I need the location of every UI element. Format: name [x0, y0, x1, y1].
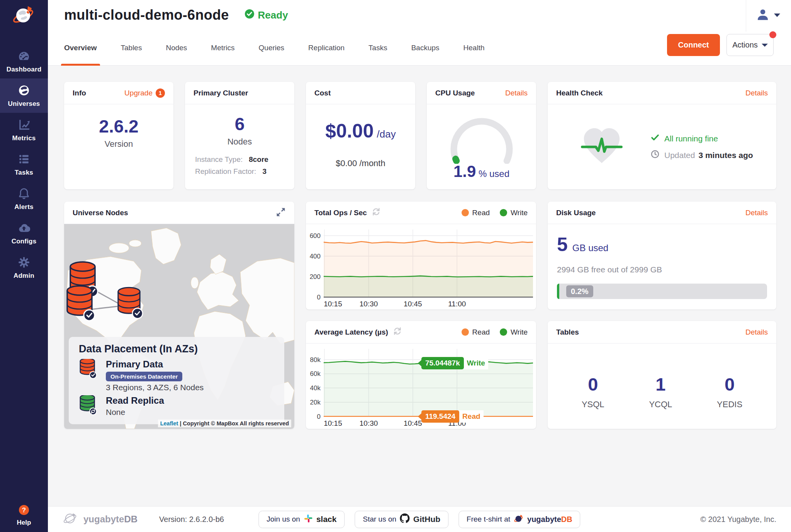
- yugabyte-logo-icon[interactable]: [12, 3, 36, 28]
- disk-details-link[interactable]: Details: [745, 209, 768, 217]
- tab-queries[interactable]: Queries: [259, 30, 285, 66]
- universe-nodes-card: Universe Nodes: [64, 202, 294, 429]
- chevron-down-icon: [774, 14, 780, 17]
- read-replica-row: Read Replica None: [79, 395, 274, 417]
- actions-dropdown-button[interactable]: Actions: [726, 34, 774, 56]
- sidebar-item-metrics[interactable]: Metrics: [0, 113, 48, 147]
- health-status-row: All running fine: [651, 133, 753, 144]
- sidebar-item-label: Help: [17, 519, 31, 527]
- sidebar-item-alerts[interactable]: Alerts: [0, 182, 48, 216]
- cpu-gauge: [443, 109, 520, 164]
- primary-cluster-card: Primary Cluster 6 Nodes Instance Type: 8…: [185, 82, 294, 189]
- svg-text:?: ?: [22, 507, 26, 514]
- sidebar-item-label: Configs: [0, 238, 48, 245]
- tab-health[interactable]: Health: [463, 30, 485, 66]
- tab-overview[interactable]: Overview: [64, 30, 97, 66]
- svg-text:80k: 80k: [310, 356, 321, 364]
- admin-gear-icon: [18, 256, 30, 269]
- sidebar-item-admin[interactable]: Admin: [0, 250, 48, 285]
- ycql-count: 1 YCQL: [649, 374, 672, 410]
- sidebar-item-label: Metrics: [0, 134, 48, 142]
- sidebar-nav: Dashboard Universes Metrics: [0, 44, 48, 285]
- primary-db-icon: [79, 359, 97, 392]
- version-value: 2.6.2: [64, 116, 173, 137]
- card-title: Tables: [556, 328, 579, 337]
- chart-legend: Read Write: [462, 328, 528, 337]
- total-ops-chart-card: Total Ops / Sec Read Write 02: [306, 202, 536, 309]
- health-check-card: Health Check Details: [548, 82, 776, 189]
- svg-text:11:00: 11:00: [448, 300, 466, 308]
- tables-details-link[interactable]: Details: [745, 328, 768, 337]
- read-replica-summary: None: [106, 408, 164, 417]
- instance-type-row: Instance Type: 8core: [195, 155, 284, 164]
- latency-plot[interactable]: 020k40k60k80k10:1510:3010:4511:0075.0448…: [306, 346, 536, 429]
- configs-icon: [18, 222, 30, 234]
- refresh-icon[interactable]: [372, 207, 381, 218]
- tab-tables[interactable]: Tables: [121, 30, 142, 66]
- svg-text:200: 200: [310, 273, 321, 280]
- tab-replication[interactable]: Replication: [308, 30, 345, 66]
- upgrade-link[interactable]: Upgrade 1: [124, 88, 165, 98]
- sidebar-item-label: Universes: [0, 100, 48, 108]
- cpu-usage-card: CPU Usage Details 1.9 % used: [427, 82, 536, 189]
- tables-card: Tables Details 0 YSQL 1 YCQL 0: [548, 321, 776, 429]
- expand-icon[interactable]: [276, 207, 286, 219]
- chart-title: Average Latency (µs): [314, 328, 388, 337]
- sidebar-item-dashboard[interactable]: Dashboard: [0, 44, 48, 78]
- svg-text:20k: 20k: [310, 399, 321, 406]
- refresh-icon[interactable]: [393, 326, 402, 338]
- sidebar-item-configs[interactable]: Configs: [0, 216, 48, 250]
- overview-content: Info Upgrade 1 2.6.2 Version Primary Clu…: [48, 66, 791, 429]
- tshirt-button[interactable]: Free t-shirt at yugabyteDB: [458, 511, 581, 528]
- alerts-icon: [18, 187, 30, 200]
- chart-legend: Read Write: [462, 209, 528, 217]
- sidebar-item-tasks[interactable]: Tasks: [0, 147, 48, 182]
- card-title: Health Check: [556, 89, 603, 97]
- sidebar-item-label: Tasks: [0, 169, 48, 177]
- card-title: Universe Nodes: [73, 209, 128, 217]
- svg-text:40k: 40k: [310, 384, 321, 392]
- footer-version: Version: 2.6.2.0-b6: [159, 515, 224, 524]
- disk-percent-badge: 0.2%: [566, 286, 593, 297]
- disk-free-text: 2994 GB free out of 2999 GB: [557, 265, 767, 274]
- tab-backups[interactable]: Backups: [411, 30, 440, 66]
- cpu-details-link[interactable]: Details: [505, 89, 528, 97]
- sidebar-item-help[interactable]: ? Help: [17, 504, 31, 527]
- slack-button[interactable]: Join us on slack: [258, 511, 345, 528]
- cpu-value: 1.9 % used: [427, 162, 536, 181]
- footer-brand: yugabyteDB: [63, 510, 137, 528]
- page-title: multi-cloud-demo-6node: [64, 7, 229, 23]
- svg-text:10:15: 10:15: [324, 300, 342, 308]
- connect-button[interactable]: Connect: [667, 34, 720, 56]
- tab-tasks[interactable]: Tasks: [368, 30, 387, 66]
- ops-plot[interactable]: 020040060010:1510:3010:4511:00: [306, 226, 536, 309]
- read-legend-dot: [462, 209, 469, 216]
- footer: yugabyteDB Version: 2.6.2.0-b6 Join us o…: [48, 506, 791, 532]
- clock-icon: [651, 150, 659, 160]
- nodes-label: Nodes: [185, 137, 294, 147]
- github-button[interactable]: Star us on GitHub: [355, 511, 448, 528]
- chart-title: Total Ops / Sec: [314, 209, 367, 217]
- svg-text:0: 0: [317, 413, 321, 420]
- write-legend-dot: [500, 328, 507, 336]
- disk-progress-fill: [557, 284, 559, 299]
- sidebar-item-universes[interactable]: Universes: [0, 78, 48, 113]
- tab-nodes[interactable]: Nodes: [166, 30, 187, 66]
- svg-text:0: 0: [317, 294, 321, 301]
- notification-dot: [769, 31, 776, 38]
- disk-progress-bar: 0.2%: [557, 284, 767, 299]
- github-icon: [400, 513, 410, 525]
- actions-label: Actions: [732, 41, 758, 49]
- leaflet-link[interactable]: Leaflet: [160, 420, 178, 427]
- data-placement-panel: Data Placement (In AZs): [69, 337, 284, 424]
- tasks-icon: [18, 153, 30, 165]
- tab-metrics[interactable]: Metrics: [211, 30, 234, 66]
- user-menu[interactable]: [746, 0, 791, 32]
- user-avatar-icon: [756, 8, 769, 22]
- metrics-icon: [18, 119, 30, 131]
- cost-per-day: $0.00/day: [306, 120, 415, 142]
- chart-annotation: 75.04487kWrite: [418, 357, 488, 369]
- page-header: multi-cloud-demo-6node Ready Overview: [48, 0, 791, 66]
- svg-text:10:30: 10:30: [360, 419, 378, 427]
- health-details-link[interactable]: Details: [745, 89, 768, 97]
